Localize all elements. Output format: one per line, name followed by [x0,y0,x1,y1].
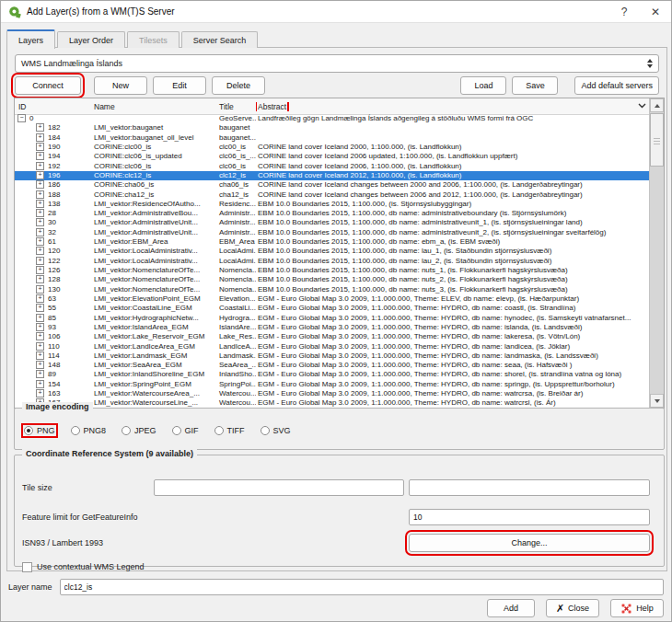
table-row[interactable]: +120LMI_vektor:LocalAdministrativ...Loca… [15,247,649,256]
chevron-down-icon[interactable] [635,100,648,111]
table-row[interactable]: +154LMI_vektor:SpringPoint_EGMSpringPoi.… [15,380,649,389]
help-button[interactable]: Help [610,599,664,617]
table-row[interactable]: +128LMI_vektor:NomenclatureOfTe...Nomenc… [15,275,649,284]
expand-icon[interactable]: + [36,361,44,369]
table-row[interactable]: +188CORINE:cha12_ischa12_isCORINE land c… [15,190,649,200]
change-crs-button[interactable]: Change... [409,534,650,552]
tab-layer-order[interactable]: Layer Order [57,31,125,48]
table-row[interactable]: +167LMI_vektor:WatercourseLine_...Waterc… [15,398,649,408]
table-row[interactable]: +182LMI_vektor:bauganetbauganet [15,123,649,132]
expand-icon[interactable]: + [36,133,44,142]
table-row[interactable]: +138LMI_vektor:ResidenceOfAutho...Reside… [15,200,649,209]
expand-icon[interactable]: + [36,304,44,312]
expand-icon[interactable]: + [36,266,44,274]
save-button[interactable]: Save [512,76,558,95]
expand-icon[interactable]: + [36,285,44,294]
expand-icon[interactable]: + [36,323,44,331]
table-row[interactable]: +148LMI_vektor:SeaArea_EGMSeaArea_...EGM… [15,361,649,370]
add-default-servers-button[interactable]: Add default servers [574,76,659,95]
radio-png[interactable]: PNG [24,426,55,435]
expand-icon[interactable]: + [36,237,44,246]
table-row[interactable]: +194CORINE:clc06_is_updatedclc06_is_...C… [15,152,649,161]
expand-icon[interactable]: + [36,332,44,340]
expand-icon[interactable]: + [36,314,44,322]
radio-gif[interactable]: GIF [172,426,199,435]
tile-height-input[interactable] [409,479,650,496]
table-row[interactable]: +196CORINE:clc12_isclc12_isCORINE land c… [15,171,649,180]
table-row[interactable]: +190CORINE:clc00_isclc00_isCORINE land c… [15,143,649,152]
feature-limit-input[interactable] [409,509,650,525]
table-row[interactable]: +61LMI_vektor:EBM_AreaEBM_AreaEBM 10.0 B… [15,237,649,247]
expand-icon[interactable]: + [36,209,44,217]
tab-server-search[interactable]: Server Search [181,31,259,48]
radio-png8[interactable]: PNG8 [71,426,107,435]
radio-tiff[interactable]: TIFF [214,426,245,435]
radio-jpeg[interactable]: JPEG [122,426,156,435]
column-header-abstract[interactable]: Abstract [256,102,649,111]
table-row[interactable]: +93LMI_vektor:IslandArea_EGMIslandAre...… [15,323,649,332]
window-help-button[interactable]: ? [608,2,640,22]
expand-icon[interactable]: + [36,180,44,189]
expand-icon[interactable]: + [36,200,44,208]
tile-width-input[interactable] [154,479,404,496]
vertical-scrollbar[interactable] [649,98,664,408]
expand-icon[interactable]: + [36,171,44,179]
table-row[interactable]: +122LMI_vektor:LocalAdministrativ...Loca… [15,257,649,266]
table-row[interactable]: +110LMI_vektor:LandIceArea_EGMLandIceA..… [15,342,649,351]
table-row[interactable]: +186CORINE:cha06_ischa06_isCORINE land c… [15,180,649,190]
table-row[interactable]: +30LMI_vektor:AdministrativeUnit...Admin… [15,218,649,227]
table-row[interactable]: −0GeoServe...Landfræðileg gögn Landmælin… [15,114,649,123]
layer-name-input[interactable] [60,579,664,595]
load-button[interactable]: Load [460,76,506,95]
expand-icon[interactable]: + [36,275,44,283]
expand-icon[interactable]: + [36,351,44,360]
tab-layers[interactable]: Layers [6,29,55,49]
table-row[interactable]: +32LMI_vektor:AdministrativeUnit...Admin… [15,228,649,237]
new-button[interactable]: New [94,76,147,95]
expand-icon[interactable]: + [36,123,44,132]
expand-icon[interactable]: + [36,247,44,255]
expand-icon[interactable]: + [36,152,44,160]
expand-icon[interactable]: + [36,380,44,388]
column-header-name[interactable]: Name [92,102,217,111]
radio-svg[interactable]: SVG [261,426,291,435]
scrollbar-thumb[interactable] [650,113,664,167]
table-row[interactable]: +106LMI_vektor:Lake_Reservoir_EGMLake_Re… [15,332,649,341]
column-header-title[interactable]: Title [217,102,256,111]
table-row[interactable]: +63LMI_vektor:ElevationPoint_EGMElevatio… [15,294,649,304]
delete-button[interactable]: Delete [212,76,265,95]
radio-icon [122,426,131,435]
connect-button[interactable]: Connect [15,76,81,95]
server-select[interactable]: WMS Landmælinga Íslands [15,54,659,73]
table-row[interactable]: +126LMI_vektor:NomenclatureOfTe...Nomenc… [15,266,649,275]
close-button[interactable]: ✗ Close [546,599,599,617]
add-button[interactable]: Add [487,599,535,617]
table-row[interactable]: +130LMI_vektor:NomenclatureOfTe...Nomenc… [15,285,649,294]
expand-icon[interactable]: + [36,218,44,226]
table-row[interactable]: +192CORINE:clc06_isclc06_isCORINE land c… [15,162,649,171]
expand-icon[interactable]: + [36,257,44,265]
table-row[interactable]: +89LMI_vektor:InlandShoreline_EGMInlandS… [15,370,649,379]
table-row[interactable]: +184LMI_vektor:bauganet_oll_levelbaugane… [15,133,649,143]
scroll-down-icon[interactable] [650,394,664,408]
table-row[interactable]: +163LMI_vektor:WatercourseArea_...Waterc… [15,389,649,398]
scroll-up-icon[interactable] [650,98,664,112]
collapse-icon[interactable]: − [17,114,26,122]
expand-icon[interactable]: + [36,389,44,397]
contextual-legend-checkbox[interactable] [22,562,32,572]
expand-icon[interactable]: + [36,143,44,151]
table-row[interactable]: +114LMI_vektor:Landmask_EGMLandmask...EG… [15,351,649,361]
table-row[interactable]: +28LMI_vektor:AdministrativeBou...Admini… [15,209,649,218]
expand-icon[interactable]: + [36,342,44,351]
column-header-id[interactable]: ID [15,102,92,111]
table-row[interactable]: +55LMI_vektor:CoastalLine_EGMCoastalLi..… [15,304,649,313]
table-row[interactable]: +85LMI_vektor:HydrographicNetw...Hydrogr… [15,314,649,323]
window-close-button[interactable]: ✕ [640,2,671,22]
edit-button[interactable]: Edit [153,76,206,95]
image-encoding-title: Image encoding [22,402,93,411]
expand-icon[interactable]: + [36,162,44,170]
expand-icon[interactable]: + [36,228,44,236]
expand-icon[interactable]: + [36,190,44,199]
expand-icon[interactable]: + [36,370,44,378]
expand-icon[interactable]: + [36,294,44,303]
